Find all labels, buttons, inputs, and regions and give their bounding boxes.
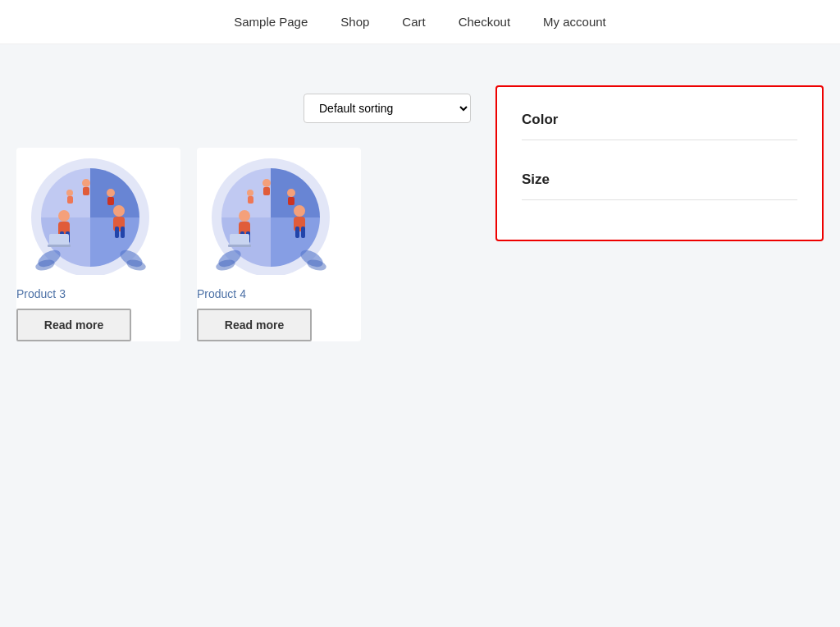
read-more-button-product-4[interactable]: Read more bbox=[197, 309, 312, 341]
product-image-product-4 bbox=[197, 148, 345, 279]
filter-widget: Color Size bbox=[495, 85, 824, 241]
nav-item-sample-page[interactable]: Sample Page bbox=[234, 15, 308, 29]
svg-rect-14 bbox=[107, 197, 114, 205]
left-panel: Default sortingSort by popularitySort by… bbox=[16, 77, 471, 586]
sort-select[interactable]: Default sortingSort by popularitySort by… bbox=[304, 94, 471, 123]
svg-rect-9 bbox=[49, 234, 69, 245]
product-title-product-3[interactable]: Product 3 bbox=[16, 287, 180, 300]
product-image-product-3 bbox=[16, 148, 164, 279]
svg-point-13 bbox=[107, 189, 115, 197]
svg-rect-16 bbox=[67, 196, 73, 204]
main-nav: Sample PageShopCartCheckoutMy account bbox=[234, 15, 606, 29]
products-grid: Product 3Read more bbox=[16, 148, 471, 341]
svg-rect-10 bbox=[48, 245, 71, 247]
svg-rect-30 bbox=[230, 234, 249, 245]
nav-item-shop[interactable]: Shop bbox=[340, 15, 369, 29]
nav-item-my-account[interactable]: My account bbox=[543, 15, 606, 29]
size-divider bbox=[522, 199, 797, 200]
color-filter-title: Color bbox=[522, 112, 797, 128]
product-card-product-4: Product 4Read more bbox=[197, 148, 361, 341]
svg-point-26 bbox=[294, 205, 305, 217]
size-filter-title: Size bbox=[522, 172, 797, 188]
size-filter-section: Size bbox=[522, 172, 797, 215]
read-more-button-product-3[interactable]: Read more bbox=[16, 309, 131, 341]
sort-bar: Default sortingSort by popularitySort by… bbox=[16, 85, 471, 131]
product-card-product-3: Product 3Read more bbox=[16, 148, 180, 341]
svg-point-11 bbox=[82, 179, 90, 187]
color-divider bbox=[522, 140, 797, 140]
nav-item-checkout[interactable]: Checkout bbox=[459, 15, 510, 29]
right-panel: Color Size bbox=[495, 77, 824, 586]
svg-rect-29 bbox=[301, 227, 305, 238]
svg-rect-37 bbox=[248, 196, 253, 204]
nav-item-cart[interactable]: Cart bbox=[402, 15, 425, 29]
svg-point-32 bbox=[262, 179, 271, 187]
svg-rect-7 bbox=[115, 227, 119, 238]
svg-rect-8 bbox=[121, 227, 125, 238]
svg-point-22 bbox=[239, 210, 250, 222]
svg-rect-12 bbox=[83, 187, 89, 195]
svg-point-15 bbox=[66, 190, 73, 196]
site-header: Sample PageShopCartCheckoutMy account bbox=[0, 0, 840, 44]
svg-point-34 bbox=[287, 189, 295, 197]
svg-point-1 bbox=[58, 210, 70, 222]
svg-rect-31 bbox=[228, 245, 251, 247]
svg-point-5 bbox=[113, 205, 125, 217]
svg-point-36 bbox=[247, 190, 253, 196]
product-title-product-4[interactable]: Product 4 bbox=[197, 287, 361, 300]
svg-rect-28 bbox=[295, 227, 299, 238]
svg-rect-35 bbox=[288, 197, 294, 205]
svg-rect-33 bbox=[263, 187, 270, 195]
